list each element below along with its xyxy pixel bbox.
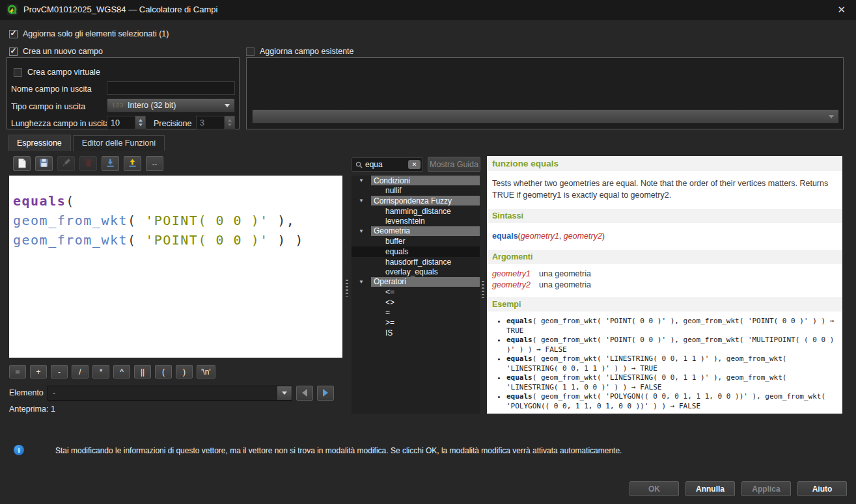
operator-button-op[interactable]: * — [92, 365, 109, 378]
preview-row: Anteprima: 1 — [9, 405, 55, 414]
search-icon — [355, 161, 363, 168]
chevron-down-icon[interactable] — [277, 386, 292, 400]
chevron-down-icon — [225, 104, 230, 107]
precision-value: 3 — [197, 118, 204, 127]
expression-code-line: geom_from_wkt( 'POINT( 0 0 )' ) ) — [13, 230, 338, 250]
applica-button[interactable]: Applica — [741, 481, 791, 496]
expression-token: 'POINT( 0 0 )' — [145, 232, 269, 248]
tree-item-hausdorff-distance[interactable]: hausdorff_distance — [352, 257, 480, 267]
create-new-field-checkbox[interactable] — [9, 47, 18, 56]
tree-item-buffer[interactable]: buffer — [352, 237, 480, 247]
tree-item-op[interactable]: <> — [352, 297, 480, 308]
ok-button[interactable]: OK — [629, 481, 679, 496]
new-expression-button[interactable] — [13, 156, 31, 171]
spinner-arrows-icon[interactable] — [135, 116, 145, 129]
splitter-handle[interactable] — [346, 280, 348, 297]
precision-label: Precisione — [154, 119, 191, 128]
update-selected-checkbox[interactable] — [9, 30, 18, 38]
virtual-field-label: Crea campo virtuale — [27, 68, 100, 77]
argument-row: geometry1una geometria — [492, 269, 837, 278]
edit-expression-button[interactable] — [57, 156, 75, 171]
operator-button-op[interactable]: ^ — [113, 365, 130, 378]
integer-type-icon: 123 — [112, 102, 124, 109]
existing-field-groupbox — [246, 57, 844, 129]
tree-item-op[interactable]: >= — [352, 317, 480, 328]
tree-group-geometria[interactable]: ▼Geometria — [352, 226, 480, 236]
chevron-down-icon[interactable]: ▼ — [352, 228, 371, 234]
tree-item-hamming-distance[interactable]: hamming_distance — [352, 206, 480, 217]
chevron-down-icon[interactable]: ▼ — [352, 279, 371, 285]
precision-spinner[interactable]: 3 — [196, 116, 235, 129]
window-title: ProvCM01012025_WGS84 — Calcolatore di Ca… — [23, 5, 217, 14]
tree-item-op[interactable]: = — [352, 308, 480, 318]
tree-item-nullif[interactable]: nullif — [352, 186, 480, 196]
output-type-label: Tipo campo in uscita — [11, 102, 85, 111]
delete-expression-button[interactable] — [79, 156, 97, 171]
operator-button-op[interactable]: / — [72, 365, 89, 378]
update-selected-row: Aggiorna solo gli elementi selezionati (… — [9, 29, 169, 39]
spinner-arrows-icon — [224, 116, 234, 129]
update-existing-checkbox[interactable] — [246, 47, 255, 56]
edit-expression-icon — [61, 158, 71, 169]
next-element-button[interactable] — [317, 386, 334, 401]
clear-search-icon[interactable]: ✕ — [408, 160, 421, 169]
example-result: → FALSE — [666, 402, 700, 410]
chevron-down-icon — [829, 115, 834, 118]
tree-group-label: Operatori — [371, 277, 480, 287]
operator-button-op[interactable]: ) — [176, 365, 193, 378]
aiuto-button[interactable]: Aiuto — [797, 481, 847, 496]
tree-item-levenshtein[interactable]: levenshtein — [352, 216, 480, 226]
tree-group-label: Corrispondenza Fuzzy — [371, 196, 480, 206]
expression-token: ( — [128, 213, 145, 228]
previous-element-button[interactable] — [296, 386, 313, 401]
tree-group-corrispondenza-fuzzy[interactable]: ▼Corrispondenza Fuzzy — [352, 196, 480, 206]
splitter-handle[interactable] — [482, 281, 484, 298]
virtual-field-row: Crea campo virtuale — [14, 67, 100, 77]
operator-button-n[interactable]: '\n' — [197, 365, 215, 378]
expression-editor[interactable]: equals(geom_from_wkt( 'POINT( 0 0 )' ),g… — [9, 176, 342, 358]
arguments-list: geometry1una geometriageometry2una geome… — [492, 269, 837, 289]
save-expression-button[interactable] — [35, 156, 53, 171]
expression-toolbar: -- — [13, 156, 163, 171]
operator-button-op[interactable]: = — [9, 365, 26, 378]
operator-button-op[interactable]: ( — [155, 365, 172, 378]
tab-bar: Espressione Editor delle Funzioni — [8, 135, 165, 151]
tree-item-equals[interactable]: equals — [352, 246, 480, 257]
expression-token: ( — [66, 193, 75, 209]
output-name-input[interactable] — [107, 81, 235, 95]
tree-item-is[interactable]: IS — [352, 328, 480, 338]
element-combobox[interactable]: - — [48, 386, 292, 401]
chevron-down-icon[interactable]: ▼ — [352, 198, 371, 204]
operator-button-op[interactable]: - — [51, 365, 68, 378]
delete-expression-icon — [84, 158, 93, 169]
search-input[interactable] — [365, 160, 408, 169]
tree-item-op[interactable]: <= — [352, 287, 480, 298]
element-label: Elemento — [9, 388, 48, 397]
operator-button-op[interactable]: || — [134, 365, 151, 378]
chevron-down-icon[interactable]: ▼ — [352, 178, 371, 183]
tree-group-operatori[interactable]: ▼Operatori — [352, 277, 480, 287]
expression-token: geom_from_wkt — [13, 232, 128, 248]
export-expression-button[interactable] — [124, 156, 141, 171]
tab-editor-delle-funzioni[interactable]: Editor delle Funzioni — [73, 135, 165, 151]
virtual-field-checkbox[interactable] — [14, 68, 22, 77]
annulla-button[interactable]: Annulla — [685, 481, 735, 496]
preview-label: Anteprima: — [9, 405, 48, 414]
output-type-combobox[interactable]: 123 Intero (32 bit) — [107, 98, 235, 113]
save-expression-icon — [39, 158, 49, 169]
show-help-button[interactable]: Mostra Guida — [428, 157, 480, 172]
edit-mode-warning: Stai modificando le informazioni di ques… — [55, 446, 641, 455]
qgis-logo-icon — [7, 4, 18, 16]
operator-button-op[interactable]: + — [30, 365, 47, 378]
tree-item-overlay-equals[interactable]: overlay_equals — [352, 267, 480, 277]
example-result: → FALSE — [532, 345, 567, 354]
existing-field-combobox[interactable] — [252, 109, 839, 124]
example-item: equals( geom_from_wkt( 'POLYGON(( 0 0, 0… — [506, 392, 842, 411]
close-icon[interactable]: ✕ — [833, 3, 849, 16]
tab-espressione[interactable]: Espressione — [8, 135, 71, 151]
output-length-spinner[interactable]: 10 — [107, 116, 146, 129]
import-expression-button[interactable] — [102, 156, 119, 171]
tree-group-condizioni[interactable]: ▼Condizioni — [352, 176, 480, 185]
dash-expression-button[interactable]: -- — [146, 156, 163, 171]
syntax-line: equals(geometry1, geometry2) — [492, 232, 837, 241]
